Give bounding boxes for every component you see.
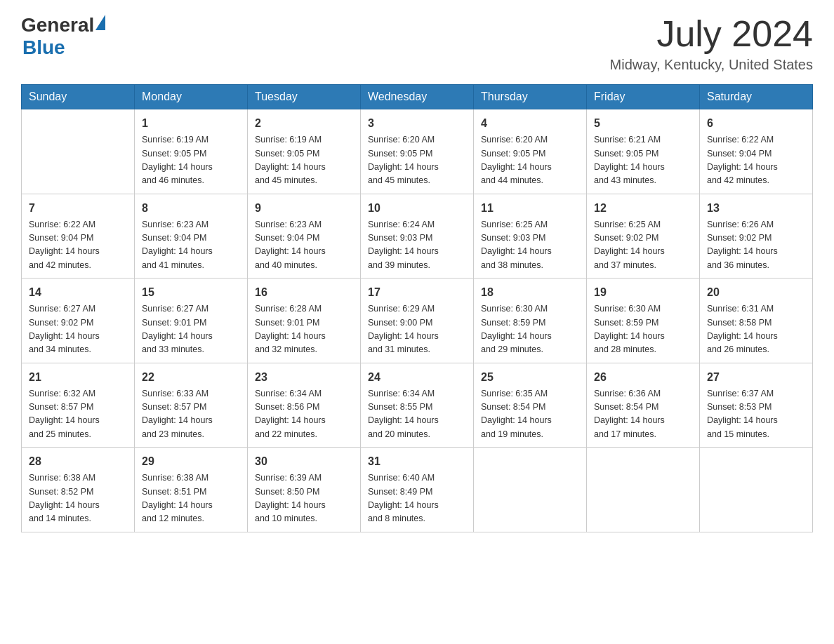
table-row: 31Sunrise: 6:40 AM Sunset: 8:49 PM Dayli…: [361, 448, 474, 532]
table-row: 3Sunrise: 6:20 AM Sunset: 9:05 PM Daylig…: [361, 109, 474, 194]
logo: General Blue: [21, 14, 105, 59]
day-info: Sunrise: 6:23 AM Sunset: 9:04 PM Dayligh…: [255, 218, 353, 273]
table-row: 2Sunrise: 6:19 AM Sunset: 9:05 PM Daylig…: [248, 109, 361, 194]
table-row: 15Sunrise: 6:27 AM Sunset: 9:01 PM Dayli…: [135, 279, 248, 363]
day-info: Sunrise: 6:39 AM Sunset: 8:50 PM Dayligh…: [255, 471, 353, 526]
table-row: 9Sunrise: 6:23 AM Sunset: 9:04 PM Daylig…: [248, 194, 361, 279]
day-number: 22: [142, 369, 240, 386]
table-row: 1Sunrise: 6:19 AM Sunset: 9:05 PM Daylig…: [135, 109, 248, 194]
day-number: 19: [594, 284, 692, 301]
day-info: Sunrise: 6:36 AM Sunset: 8:54 PM Dayligh…: [594, 387, 692, 442]
col-wednesday: Wednesday: [361, 85, 474, 109]
day-number: 7: [29, 200, 127, 217]
day-number: 25: [481, 369, 579, 386]
day-info: Sunrise: 6:24 AM Sunset: 9:03 PM Dayligh…: [368, 218, 466, 273]
day-info: Sunrise: 6:34 AM Sunset: 8:56 PM Dayligh…: [255, 387, 353, 442]
day-info: Sunrise: 6:40 AM Sunset: 8:49 PM Dayligh…: [368, 471, 466, 526]
day-number: 16: [255, 284, 353, 301]
day-number: 1: [142, 115, 240, 132]
col-sunday: Sunday: [22, 85, 135, 109]
day-info: Sunrise: 6:25 AM Sunset: 9:02 PM Dayligh…: [594, 218, 692, 273]
calendar-week-row: 7Sunrise: 6:22 AM Sunset: 9:04 PM Daylig…: [22, 194, 813, 279]
day-info: Sunrise: 6:32 AM Sunset: 8:57 PM Dayligh…: [29, 387, 127, 442]
table-row: 11Sunrise: 6:25 AM Sunset: 9:03 PM Dayli…: [474, 194, 587, 279]
day-number: 13: [707, 200, 805, 217]
day-info: Sunrise: 6:26 AM Sunset: 9:02 PM Dayligh…: [707, 218, 805, 273]
day-info: Sunrise: 6:23 AM Sunset: 9:04 PM Dayligh…: [142, 218, 240, 273]
day-info: Sunrise: 6:33 AM Sunset: 8:57 PM Dayligh…: [142, 387, 240, 442]
page-header: General Blue July 2024 Midway, Kentucky,…: [21, 14, 813, 73]
day-number: 23: [255, 369, 353, 386]
table-row: 27Sunrise: 6:37 AM Sunset: 8:53 PM Dayli…: [700, 363, 813, 448]
col-monday: Monday: [135, 85, 248, 109]
day-number: 3: [368, 115, 466, 132]
day-number: 4: [481, 115, 579, 132]
day-info: Sunrise: 6:20 AM Sunset: 9:05 PM Dayligh…: [481, 133, 579, 188]
logo-blue-text: Blue: [22, 36, 65, 59]
table-row: [22, 109, 135, 194]
table-row: 25Sunrise: 6:35 AM Sunset: 8:54 PM Dayli…: [474, 363, 587, 448]
day-info: Sunrise: 6:21 AM Sunset: 9:05 PM Dayligh…: [594, 133, 692, 188]
day-number: 14: [29, 284, 127, 301]
day-info: Sunrise: 6:27 AM Sunset: 9:02 PM Dayligh…: [29, 302, 127, 357]
day-info: Sunrise: 6:22 AM Sunset: 9:04 PM Dayligh…: [707, 133, 805, 188]
table-row: 5Sunrise: 6:21 AM Sunset: 9:05 PM Daylig…: [587, 109, 700, 194]
day-info: Sunrise: 6:34 AM Sunset: 8:55 PM Dayligh…: [368, 387, 466, 442]
table-row: 13Sunrise: 6:26 AM Sunset: 9:02 PM Dayli…: [700, 194, 813, 279]
table-row: 6Sunrise: 6:22 AM Sunset: 9:04 PM Daylig…: [700, 109, 813, 194]
day-number: 6: [707, 115, 805, 132]
day-info: Sunrise: 6:25 AM Sunset: 9:03 PM Dayligh…: [481, 218, 579, 273]
day-number: 29: [142, 453, 240, 470]
table-row: 23Sunrise: 6:34 AM Sunset: 8:56 PM Dayli…: [248, 363, 361, 448]
day-number: 24: [368, 369, 466, 386]
calendar-week-row: 28Sunrise: 6:38 AM Sunset: 8:52 PM Dayli…: [22, 448, 813, 532]
day-number: 18: [481, 284, 579, 301]
table-row: 12Sunrise: 6:25 AM Sunset: 9:02 PM Dayli…: [587, 194, 700, 279]
day-info: Sunrise: 6:19 AM Sunset: 9:05 PM Dayligh…: [255, 133, 353, 188]
col-saturday: Saturday: [700, 85, 813, 109]
table-row: [474, 448, 587, 532]
day-info: Sunrise: 6:28 AM Sunset: 9:01 PM Dayligh…: [255, 302, 353, 357]
month-title: July 2024: [610, 14, 813, 54]
location-subtitle: Midway, Kentucky, United States: [610, 57, 813, 73]
table-row: 10Sunrise: 6:24 AM Sunset: 9:03 PM Dayli…: [361, 194, 474, 279]
day-info: Sunrise: 6:19 AM Sunset: 9:05 PM Dayligh…: [142, 133, 240, 188]
calendar-week-row: 21Sunrise: 6:32 AM Sunset: 8:57 PM Dayli…: [22, 363, 813, 448]
day-number: 9: [255, 200, 353, 217]
table-row: 24Sunrise: 6:34 AM Sunset: 8:55 PM Dayli…: [361, 363, 474, 448]
table-row: 7Sunrise: 6:22 AM Sunset: 9:04 PM Daylig…: [22, 194, 135, 279]
table-row: 22Sunrise: 6:33 AM Sunset: 8:57 PM Dayli…: [135, 363, 248, 448]
table-row: 19Sunrise: 6:30 AM Sunset: 8:59 PM Dayli…: [587, 279, 700, 363]
day-number: 21: [29, 369, 127, 386]
table-row: 17Sunrise: 6:29 AM Sunset: 9:00 PM Dayli…: [361, 279, 474, 363]
table-row: 4Sunrise: 6:20 AM Sunset: 9:05 PM Daylig…: [474, 109, 587, 194]
col-tuesday: Tuesday: [248, 85, 361, 109]
day-info: Sunrise: 6:30 AM Sunset: 8:59 PM Dayligh…: [481, 302, 579, 357]
table-row: [587, 448, 700, 532]
day-number: 20: [707, 284, 805, 301]
day-number: 17: [368, 284, 466, 301]
logo-general-text: General: [21, 14, 94, 36]
day-number: 26: [594, 369, 692, 386]
table-row: 26Sunrise: 6:36 AM Sunset: 8:54 PM Dayli…: [587, 363, 700, 448]
day-number: 15: [142, 284, 240, 301]
day-info: Sunrise: 6:31 AM Sunset: 8:58 PM Dayligh…: [707, 302, 805, 357]
day-info: Sunrise: 6:35 AM Sunset: 8:54 PM Dayligh…: [481, 387, 579, 442]
title-section: July 2024 Midway, Kentucky, United State…: [610, 14, 813, 73]
table-row: 16Sunrise: 6:28 AM Sunset: 9:01 PM Dayli…: [248, 279, 361, 363]
col-friday: Friday: [587, 85, 700, 109]
day-number: 11: [481, 200, 579, 217]
logo-triangle-icon: [95, 15, 105, 30]
table-row: 30Sunrise: 6:39 AM Sunset: 8:50 PM Dayli…: [248, 448, 361, 532]
calendar-header-row: Sunday Monday Tuesday Wednesday Thursday…: [22, 85, 813, 109]
day-info: Sunrise: 6:22 AM Sunset: 9:04 PM Dayligh…: [29, 218, 127, 273]
table-row: 28Sunrise: 6:38 AM Sunset: 8:52 PM Dayli…: [22, 448, 135, 532]
day-number: 8: [142, 200, 240, 217]
table-row: 18Sunrise: 6:30 AM Sunset: 8:59 PM Dayli…: [474, 279, 587, 363]
day-info: Sunrise: 6:30 AM Sunset: 8:59 PM Dayligh…: [594, 302, 692, 357]
day-info: Sunrise: 6:29 AM Sunset: 9:00 PM Dayligh…: [368, 302, 466, 357]
day-info: Sunrise: 6:20 AM Sunset: 9:05 PM Dayligh…: [368, 133, 466, 188]
day-number: 12: [594, 200, 692, 217]
calendar-table: Sunday Monday Tuesday Wednesday Thursday…: [21, 84, 813, 532]
day-info: Sunrise: 6:27 AM Sunset: 9:01 PM Dayligh…: [142, 302, 240, 357]
